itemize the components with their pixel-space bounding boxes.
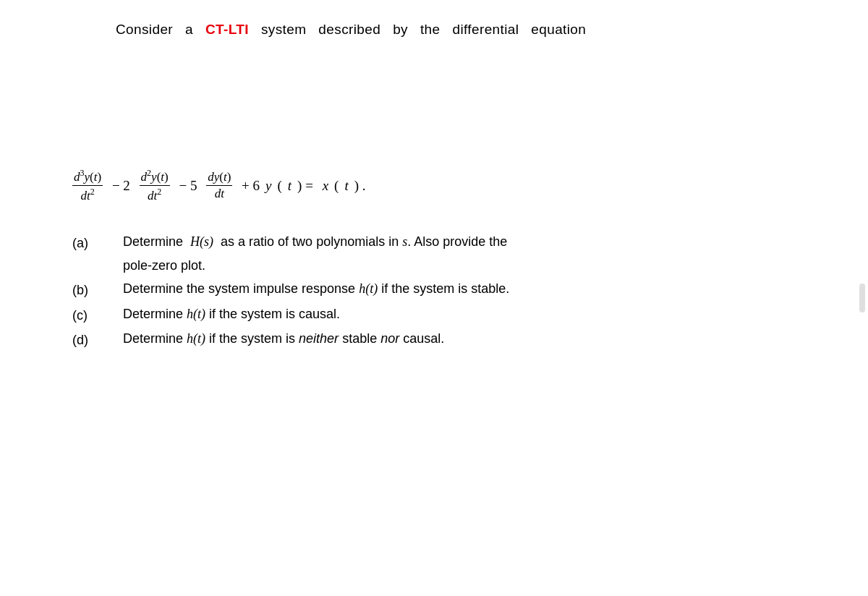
question-b-row: (b) Determine the system impulse respons… — [72, 279, 825, 302]
question-c-text: Determine h(t) if the system is causal. — [123, 305, 825, 324]
question-b-label: (b) — [72, 279, 123, 302]
question-c-label: (c) — [72, 305, 123, 327]
question-d-text: Determine h(t) if the system is neither … — [123, 329, 825, 349]
second-deriv-denominator: dt2 — [146, 186, 163, 203]
questions-block: (a) Determine H(s) as a ratio of two pol… — [43, 232, 825, 352]
first-deriv-numerator: dy(t) — [206, 170, 232, 186]
first-derivative-fraction: dy(t) dt — [206, 170, 232, 202]
question-b-text: Determine the system impulse response h(… — [123, 279, 825, 299]
question-a-text: Determine H(s) as a ratio of two polynom… — [123, 232, 825, 252]
ct-lti-label: CT-LTI — [205, 22, 249, 37]
intro-line: Consider a CT-LTI system described by th… — [43, 22, 825, 38]
question-d-label: (d) — [72, 329, 123, 352]
page-container: Consider a CT-LTI system described by th… — [0, 0, 868, 596]
question-d-row: (d) Determine h(t) if the system is neit… — [72, 329, 825, 352]
third-deriv-numerator: d3y(t) — [72, 168, 103, 186]
h-s-math: H(s) — [190, 234, 213, 249]
equation-block: d3y(t) dt2 − 2 d2y(t) dt2 − 5 dy(t) dt +… — [43, 168, 825, 203]
second-derivative-fraction: d2y(t) dt2 — [140, 168, 170, 203]
question-a-label: (a) — [72, 232, 123, 255]
first-deriv-denominator: dt — [213, 186, 226, 201]
scrollbar-thumb[interactable] — [859, 284, 865, 312]
differential-equation: d3y(t) dt2 − 2 d2y(t) dt2 − 5 dy(t) dt +… — [72, 168, 366, 203]
second-deriv-numerator: d2y(t) — [140, 168, 170, 186]
question-c-row: (c) Determine h(t) if the system is caus… — [72, 305, 825, 327]
third-derivative-fraction: d3y(t) dt2 — [72, 168, 103, 203]
question-a-row: (a) Determine H(s) as a ratio of two pol… — [72, 232, 825, 255]
question-a-subline: pole-zero plot. — [72, 255, 825, 277]
third-deriv-denominator: dt2 — [79, 186, 95, 203]
